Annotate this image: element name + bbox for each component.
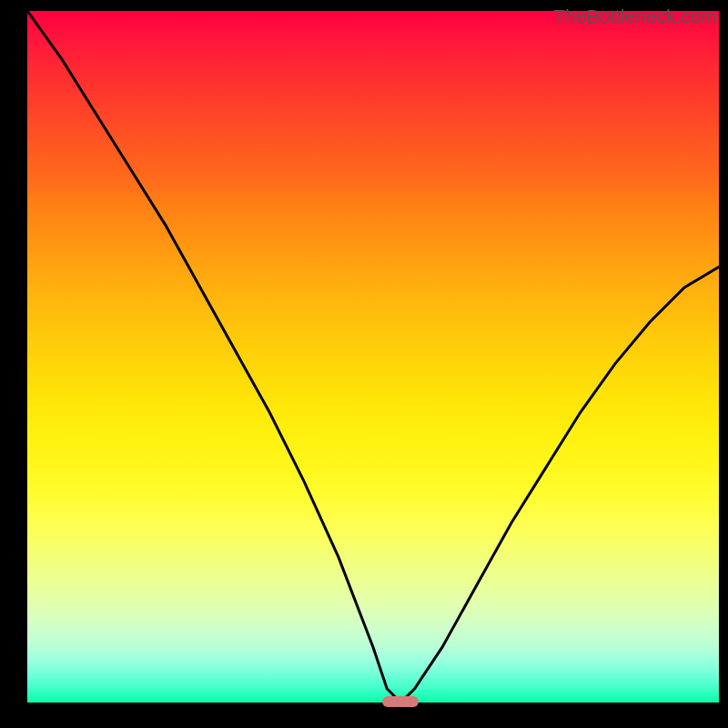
watermark-text: TheBottleneck.com [553,5,717,27]
optimal-marker [382,696,419,707]
plot-area [27,11,719,703]
bottleneck-curve [27,11,719,703]
chart-container: TheBottleneck.com [0,0,728,728]
